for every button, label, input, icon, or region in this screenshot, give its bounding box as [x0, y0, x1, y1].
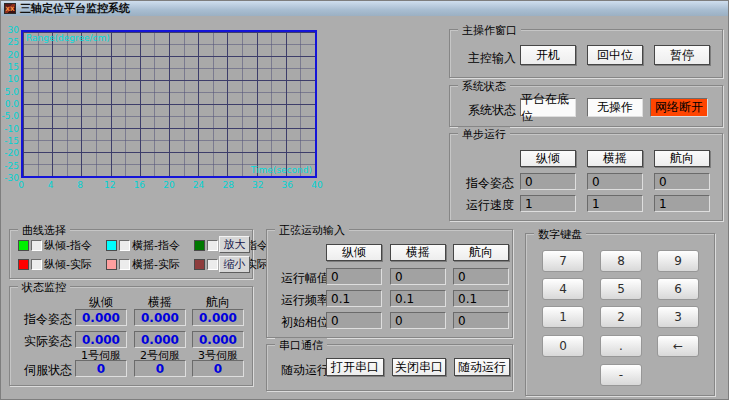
x-tick: 4: [39, 180, 63, 190]
sine-pitch-button[interactable]: 纵倾: [326, 244, 382, 261]
run-speed-pitch-input[interactable]: 1: [520, 195, 576, 212]
x-tick: 0: [9, 180, 33, 190]
key-minus[interactable]: -: [600, 364, 642, 386]
key-7[interactable]: 7: [542, 250, 584, 272]
y-tick: -5.0: [1, 111, 19, 121]
chart-x-ticks: 0 4 8 12 16 20 24 28 32 36 40: [9, 180, 329, 190]
curve-checkbox[interactable]: [207, 240, 218, 251]
panel-title: 串口通信: [275, 338, 327, 353]
color-swatch: [106, 259, 117, 270]
run-speed-label: 运行速度: [466, 197, 514, 214]
frequency-roll-input[interactable]: 0.1: [390, 290, 446, 307]
servo-status-row-label: 伺服状态: [24, 362, 72, 379]
follow-run-button[interactable]: 随动运行: [454, 358, 510, 376]
cmd-attitude-row-label: 指令姿态: [24, 311, 72, 328]
trend-chart: Range(degree/cm) Time(second): [21, 30, 317, 178]
step-pitch-button[interactable]: 纵倾: [520, 150, 576, 167]
phase-pitch-input[interactable]: 0: [326, 312, 382, 329]
color-swatch: [106, 240, 117, 251]
curve-checkbox[interactable]: [207, 259, 218, 270]
key-decimal[interactable]: .: [600, 335, 642, 357]
key-9[interactable]: 9: [657, 250, 699, 272]
key-3[interactable]: 3: [657, 306, 699, 328]
follow-run-label: 随动运行: [281, 362, 329, 379]
x-tick: 12: [98, 180, 122, 190]
y-tick: -10: [4, 124, 19, 134]
y-tick: 0.0: [5, 99, 19, 109]
run-speed-heading-input[interactable]: 1: [654, 195, 710, 212]
power-on-button[interactable]: 开机: [520, 45, 576, 65]
actual-attitude-heading-value: 0.000: [192, 331, 244, 348]
panel-status-monitor: 状态监控 纵倾 横摇 航向 指令姿态 0.000 0.000 0.000 实际姿…: [9, 286, 253, 386]
x-tick: 32: [246, 180, 270, 190]
phase-roll-input[interactable]: 0: [390, 312, 446, 329]
panel-serial-comm: 串口通信 随动运行 打开串口 关闭串口 随动运行: [266, 344, 513, 391]
key-backspace[interactable]: ←: [657, 335, 699, 357]
legend-roll-actual: 横摇-实际: [106, 257, 180, 272]
legend-roll-command: 横摇-指令: [106, 238, 180, 253]
zoom-in-button[interactable]: 放大: [219, 236, 250, 253]
x-tick: 24: [187, 180, 211, 190]
actual-attitude-pitch-value: 0.000: [75, 331, 127, 348]
chart-x-axis-label: Time(second): [251, 165, 312, 175]
curve-checkbox[interactable]: [31, 259, 42, 270]
curve-checkbox[interactable]: [119, 240, 130, 251]
app-window: XX 三轴定位平台监控系统 Range(degree/cm) Time(seco…: [0, 0, 729, 400]
y-tick: 10: [8, 74, 19, 84]
curve-checkbox[interactable]: [31, 240, 42, 251]
key-5[interactable]: 5: [600, 278, 642, 300]
cmd-attitude-pitch-value: 0.000: [75, 309, 127, 326]
open-serial-button[interactable]: 打开串口: [326, 358, 384, 376]
color-swatch: [18, 240, 29, 251]
zoom-out-button[interactable]: 缩小: [219, 256, 250, 273]
x-tick: 16: [127, 180, 151, 190]
x-tick: 36: [275, 180, 299, 190]
return-center-button[interactable]: 回中位: [587, 45, 643, 65]
y-tick: 25: [8, 37, 19, 47]
status-operation-field: 无操作: [587, 98, 643, 117]
cmd-attitude-label: 指令姿态: [466, 175, 514, 192]
panel-title: 状态监控: [18, 280, 70, 295]
panel-title: 单步运行: [458, 127, 510, 142]
step-roll-button[interactable]: 横摇: [587, 150, 643, 167]
key-6[interactable]: 6: [657, 278, 699, 300]
phase-label: 初始相位: [281, 314, 329, 331]
frequency-pitch-input[interactable]: 0.1: [326, 290, 382, 307]
pause-button[interactable]: 暂停: [654, 45, 710, 65]
frequency-heading-input[interactable]: 0.1: [453, 290, 509, 307]
key-0[interactable]: 0: [542, 335, 584, 357]
legend-pitch-command: 纵倾-指令: [18, 238, 92, 253]
actual-attitude-roll-value: 0.000: [134, 331, 186, 348]
servo1-status-value: 0: [75, 360, 127, 377]
sine-roll-button[interactable]: 横摇: [390, 244, 446, 261]
cmd-attitude-pitch-input[interactable]: 0: [520, 173, 576, 190]
y-tick: 20: [8, 50, 19, 60]
amplitude-pitch-input[interactable]: 0: [326, 268, 382, 285]
key-8[interactable]: 8: [600, 250, 642, 272]
x-tick: 20: [157, 180, 181, 190]
chart-y-axis-label: Range(degree/cm): [26, 33, 110, 43]
panel-title: 正弦运动输入: [275, 223, 349, 238]
close-serial-button[interactable]: 关闭串口: [392, 358, 446, 376]
step-heading-button[interactable]: 航向: [654, 150, 710, 167]
legend-pitch-actual: 纵倾-实际: [18, 257, 92, 272]
curve-checkbox[interactable]: [119, 259, 130, 270]
frequency-label: 运行频率: [281, 292, 329, 309]
run-speed-roll-input[interactable]: 1: [587, 195, 643, 212]
cmd-attitude-heading-input[interactable]: 0: [654, 173, 710, 190]
actual-attitude-row-label: 实际姿态: [24, 333, 72, 350]
panel-title: 系统状态: [458, 79, 510, 94]
system-status-label: 系统状态: [468, 102, 516, 119]
panel-system-status: 系统状态 系统状态 平台在底位 无操作 网络断开: [449, 85, 723, 127]
key-1[interactable]: 1: [542, 306, 584, 328]
amplitude-heading-input[interactable]: 0: [453, 268, 509, 285]
servo3-status-value: 0: [192, 360, 244, 377]
amplitude-roll-input[interactable]: 0: [390, 268, 446, 285]
phase-heading-input[interactable]: 0: [453, 312, 509, 329]
y-tick: 5.0: [5, 87, 19, 97]
sine-heading-button[interactable]: 航向: [453, 244, 509, 261]
key-2[interactable]: 2: [600, 306, 642, 328]
key-4[interactable]: 4: [542, 278, 584, 300]
cmd-attitude-roll-input[interactable]: 0: [587, 173, 643, 190]
panel-single-step: 单步运行 纵倾 横摇 航向 指令姿态 0 0 0 运行速度 1 1 1: [449, 133, 723, 221]
